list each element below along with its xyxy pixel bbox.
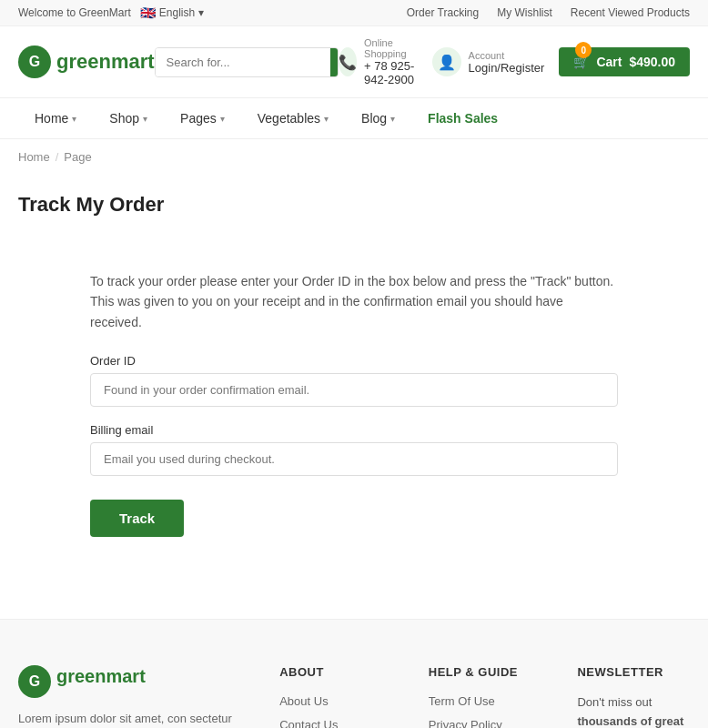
header-actions: 📞 Online Shopping + 78 925-942-2900 👤 Ac…: [339, 37, 690, 86]
breadcrumb-home[interactable]: Home: [18, 150, 50, 164]
footer-help: HELP & GUIDE Term Of Use Privacy Policy …: [429, 665, 541, 728]
newsletter-text: Don't miss out thousands of great deals …: [577, 693, 690, 728]
footer-about-link-0[interactable]: About Us: [279, 694, 328, 708]
footer-help-link-0[interactable]: Term Of Use: [429, 694, 495, 708]
footer-help-heading: HELP & GUIDE: [429, 665, 541, 679]
chevron-down-icon: ▾: [324, 114, 329, 124]
nav-item-shop[interactable]: Shop ▾: [93, 98, 164, 138]
logo-icon: G: [18, 46, 51, 78]
account-sub: Login/Register: [469, 61, 545, 75]
footer-logo-icon: G: [18, 665, 51, 698]
page-title: Track My Order: [18, 193, 690, 217]
recent-viewed-link[interactable]: Recent Viewed Products: [571, 6, 690, 19]
nav-item-flash-sales[interactable]: Flash Sales: [411, 98, 514, 138]
logo-text: greenmart: [56, 50, 155, 74]
search-bar: 🔍: [155, 47, 339, 77]
cart-badge: 0: [575, 42, 592, 58]
flag-icon: 🇬🇧: [140, 5, 156, 20]
account-label: Account: [469, 50, 545, 61]
order-id-input[interactable]: [90, 373, 618, 407]
chevron-down-icon: ▾: [198, 6, 204, 19]
wishlist-link[interactable]: My Wishlist: [497, 6, 552, 19]
nav-item-blog[interactable]: Blog ▾: [345, 98, 411, 138]
breadcrumb-separator: /: [56, 150, 59, 164]
main-nav: Home ▾ Shop ▾ Pages ▾ Vegetables ▾ Blog …: [0, 98, 708, 139]
billing-email-label: Billing email: [90, 423, 618, 437]
breadcrumb-current: Page: [64, 150, 91, 164]
footer-description: Lorem ipsum dolor sit amet, con sectetur…: [18, 709, 243, 728]
account-icon: 👤: [432, 47, 461, 76]
footer-newsletter-heading: NEWSLETTER: [577, 665, 690, 679]
footer: G greenmart Lorem ipsum dolor sit amet, …: [0, 619, 708, 728]
footer-about-link-1[interactable]: Contact Us: [279, 718, 338, 728]
top-bar: Welcome to GreenMart 🇬🇧 English ▾ Order …: [0, 0, 708, 26]
footer-logo-text: greenmart: [56, 666, 146, 687]
phone-number: + 78 925-942-2900: [364, 59, 418, 86]
logo[interactable]: G greenmart: [18, 46, 155, 78]
track-form-wrapper: To track your order please enter your Or…: [90, 244, 618, 564]
chevron-down-icon: ▾: [220, 114, 225, 124]
billing-email-group: Billing email: [90, 423, 618, 476]
nav-item-home[interactable]: Home ▾: [18, 98, 93, 138]
cart-amount: $490.00: [629, 55, 675, 69]
nav-item-pages[interactable]: Pages ▾: [164, 98, 241, 138]
footer-help-link-1[interactable]: Privacy Policy: [429, 718, 502, 728]
welcome-text: Welcome to GreenMart: [18, 6, 131, 19]
order-id-label: Order ID: [90, 354, 618, 368]
cart-button[interactable]: 0 🛒 Cart $490.00: [559, 47, 690, 76]
search-input[interactable]: [156, 48, 330, 76]
phone-action: 📞 Online Shopping + 78 925-942-2900: [339, 37, 418, 86]
account-action[interactable]: 👤 Account Login/Register: [432, 47, 545, 76]
track-description: To track your order please enter your Or…: [90, 271, 618, 332]
header: G greenmart 🔍 📞 Online Shopping + 78 925…: [0, 26, 708, 98]
billing-email-input[interactable]: [90, 442, 618, 476]
order-id-group: Order ID: [90, 354, 618, 407]
phone-icon: 📞: [339, 47, 357, 76]
footer-newsletter: NEWSLETTER Don't miss out thousands of g…: [577, 665, 690, 728]
chevron-down-icon: ▾: [390, 114, 395, 124]
search-button[interactable]: 🔍: [330, 48, 339, 76]
nav-item-vegetables[interactable]: Vegetables ▾: [241, 98, 345, 138]
chevron-down-icon: ▾: [143, 114, 147, 124]
page-content: Track My Order To track your order pleas…: [0, 175, 708, 619]
footer-about: ABOUT About Us Contact Us Help Center FA…: [279, 665, 392, 728]
footer-about-heading: ABOUT: [279, 665, 392, 679]
language-selector[interactable]: 🇬🇧 English ▾: [140, 5, 204, 20]
cart-label: Cart: [596, 55, 622, 69]
order-tracking-link[interactable]: Order Tracking: [407, 6, 479, 19]
language-label: English: [159, 6, 195, 19]
track-button[interactable]: Track: [90, 500, 184, 537]
breadcrumb: Home / Page: [0, 139, 708, 175]
footer-brand: G greenmart Lorem ipsum dolor sit amet, …: [18, 665, 243, 728]
phone-label: Online Shopping: [364, 37, 418, 59]
chevron-down-icon: ▾: [72, 114, 76, 124]
